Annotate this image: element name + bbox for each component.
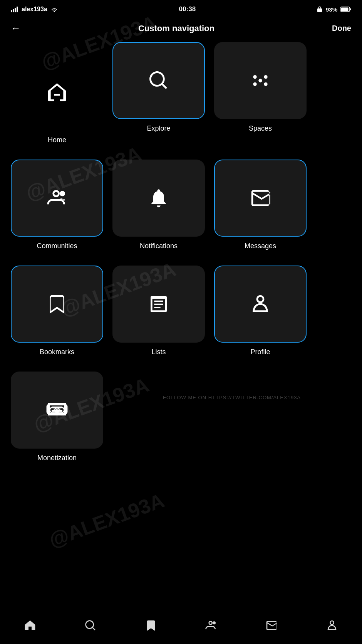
tab-bookmark[interactable]: [145, 619, 157, 633]
nav-grid: Home Explore Spaces: [0, 42, 362, 462]
grid-item-lists[interactable]: Lists: [112, 266, 205, 356]
grid-item-home[interactable]: Home: [11, 42, 103, 144]
spaces-label: Spaces: [249, 124, 272, 133]
svg-rect-3: [17, 7, 18, 12]
tab-communities[interactable]: [205, 619, 217, 633]
spaces-icon: [250, 70, 271, 91]
messages-tile: [214, 160, 307, 237]
explore-tile: [112, 42, 205, 119]
communities-label: Communities: [37, 242, 77, 250]
grid-item-monetization[interactable]: $ Monetization: [11, 372, 103, 462]
done-button[interactable]: Done: [332, 24, 351, 33]
tab-communities-icon: [205, 619, 217, 632]
grid-row-2: Communities Notifications Messages: [11, 160, 351, 250]
svg-point-11: [264, 82, 267, 86]
status-time: 00:38: [179, 5, 196, 13]
money-icon: $: [46, 399, 68, 421]
svg-rect-1: [13, 9, 14, 12]
bookmarks-tile: [11, 266, 103, 343]
svg-point-12: [60, 191, 65, 196]
explore-icon: [148, 70, 169, 91]
monetization-tile: $: [11, 372, 103, 449]
home-icon-wrapper: [11, 54, 103, 131]
back-button[interactable]: ←: [11, 22, 21, 34]
signal-icon: [11, 6, 18, 12]
tab-search[interactable]: [84, 619, 97, 633]
header: ← Custom navigation Done: [0, 16, 362, 42]
notifications-label: Notifications: [140, 242, 178, 250]
follow-text: FOLLOW ME ON HTTPS://TWITTER.COM/ALEX193…: [112, 372, 351, 400]
tab-mail-icon: [265, 619, 278, 632]
svg-point-17: [213, 621, 216, 624]
svg-rect-5: [341, 8, 349, 11]
tab-bar: [0, 613, 362, 644]
monetization-label: Monetization: [37, 454, 77, 462]
grid-row-1: Home Explore Spaces: [11, 42, 351, 144]
wifi-icon: [50, 6, 58, 12]
tab-bookmark-icon: [145, 619, 157, 632]
svg-rect-0: [11, 10, 12, 12]
page-title: Custom navigation: [138, 24, 215, 34]
tab-home[interactable]: [24, 619, 36, 633]
status-right: 93%: [317, 6, 351, 13]
svg-point-8: [253, 75, 256, 79]
explore-label: Explore: [147, 124, 170, 133]
grid-item-bookmarks[interactable]: Bookmarks: [11, 266, 103, 356]
notifications-tile: [112, 160, 205, 237]
grid-item-notifications[interactable]: Notifications: [112, 160, 205, 250]
svg-point-7: [258, 79, 262, 82]
grid-row-4: $ Monetization FOLLOW ME ON HTTPS://TWIT…: [11, 372, 351, 462]
tab-profile[interactable]: [326, 619, 338, 633]
watermark-5: @ALEX193A: [46, 489, 167, 552]
svg-point-10: [253, 82, 256, 86]
home-label: Home: [48, 136, 66, 144]
list-icon: [148, 293, 169, 315]
communities-icon: [46, 187, 68, 209]
mail-icon: [250, 187, 271, 209]
profile-label: Profile: [250, 348, 270, 356]
status-bar: alex193a 00:38 93%: [0, 0, 362, 16]
lock-icon: [317, 6, 323, 12]
battery-icon: [340, 6, 351, 12]
profile-icon: [250, 293, 271, 315]
bell-icon: [148, 187, 169, 209]
lists-label: Lists: [151, 348, 166, 356]
carrier-name: alex193a: [22, 6, 47, 13]
bookmark-icon: [46, 293, 68, 315]
grid-row-3: Bookmarks Lists Profile: [11, 266, 351, 356]
svg-point-9: [264, 75, 267, 79]
grid-item-communities[interactable]: Communities: [11, 160, 103, 250]
svg-rect-2: [15, 8, 16, 12]
svg-rect-6: [350, 8, 351, 10]
tab-home-icon: [24, 619, 36, 632]
profile-tile: [214, 266, 307, 343]
grid-item-explore[interactable]: Explore: [112, 42, 205, 133]
tab-search-icon: [84, 619, 97, 632]
spaces-tile: [214, 42, 307, 119]
communities-tile: [11, 160, 103, 237]
battery-percent: 93%: [326, 6, 337, 13]
grid-item-profile[interactable]: Profile: [214, 266, 307, 356]
tab-profile-icon: [326, 619, 338, 632]
home-icon: [46, 81, 68, 103]
lists-tile: [112, 266, 205, 343]
bookmarks-label: Bookmarks: [40, 348, 74, 356]
status-left: alex193a: [11, 6, 58, 13]
messages-label: Messages: [245, 242, 276, 250]
grid-item-spaces[interactable]: Spaces: [214, 42, 307, 133]
tab-mail[interactable]: [265, 619, 278, 633]
grid-item-messages[interactable]: Messages: [214, 160, 307, 250]
